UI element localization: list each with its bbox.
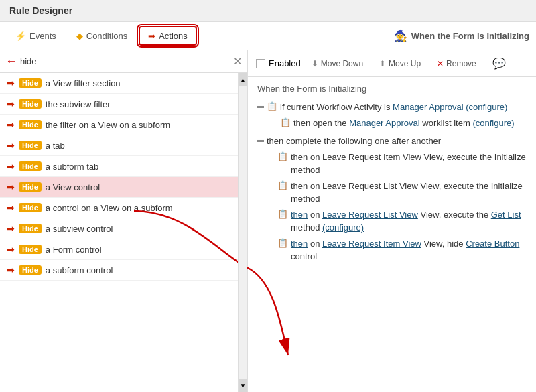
configure-link-3[interactable]: (configure) xyxy=(322,222,364,233)
search-arrow-icon: ← xyxy=(5,54,17,68)
comment-icon: 💬 xyxy=(492,57,506,70)
page-title: Rule Designer xyxy=(9,5,72,16)
tab-actions[interactable]: ➡ Actions xyxy=(139,26,197,46)
actions-icon: ➡ xyxy=(148,31,155,41)
list-item[interactable]: ➡ Hide a subform tab xyxy=(0,156,247,177)
move-down-icon: ⬇ xyxy=(312,59,318,68)
action-text: a View filter section xyxy=(46,78,121,88)
tab-bar: ⚡ Events ◆ Conditions ➡ Actions 🧙 When t… xyxy=(0,22,536,50)
list-item[interactable]: ➡ Hide the subview filter xyxy=(0,94,247,115)
action-icon-1: 📋 xyxy=(280,117,291,127)
list-item[interactable]: ➡ Hide the filter on a View on a subform xyxy=(0,115,247,135)
then-link-1[interactable]: then xyxy=(291,210,308,220)
action-text: a subform control xyxy=(46,265,113,275)
move-down-button[interactable]: ⬇ Move Down xyxy=(306,56,368,71)
left-panel: ← ✕ ▲ ▼ ➡ Hide a View filter section ➡ H… xyxy=(0,50,248,392)
form-context-header: 🧙 When the Form is Initializing xyxy=(394,29,529,42)
tab-actions-label: Actions xyxy=(159,31,188,41)
configure-link-2[interactable]: (configure) xyxy=(472,118,514,128)
action-text: a subform tab xyxy=(46,161,99,172)
leave-list-view-link-1[interactable]: Leave Request List View xyxy=(322,210,418,220)
execute-icon-2: 📋 xyxy=(277,180,288,190)
list-item[interactable]: ➡ Hide a Form control xyxy=(0,239,247,260)
list-item[interactable]: ➡ Hide a subform control xyxy=(0,260,247,281)
execute-icon-4: 📋 xyxy=(277,238,288,248)
execute-text-4: then on Leave Request Item View View, hi… xyxy=(291,237,527,263)
then-link-2[interactable]: then xyxy=(291,239,308,249)
rule-indent-1: 📋 then open the Manager Approval worklis… xyxy=(257,115,527,131)
search-bar: ← ✕ xyxy=(0,50,247,73)
item-icon: ➡ xyxy=(7,161,15,172)
events-icon: ⚡ xyxy=(15,31,26,41)
item-icon: ➡ xyxy=(7,244,15,255)
list-item[interactable]: ➡ Hide a control on a View on a subform xyxy=(0,198,247,218)
action-text: the filter on a View on a subform xyxy=(46,120,170,130)
list-item[interactable]: ➡ Hide a View filter section xyxy=(0,73,247,94)
action-list: ▲ ▼ ➡ Hide a View filter section ➡ Hide … xyxy=(0,73,247,392)
item-icon: ➡ xyxy=(7,140,15,151)
action-badge: Hide xyxy=(19,120,42,129)
list-item-highlighted[interactable]: ➡ Hide a View control xyxy=(0,177,247,198)
action-text: a control on a View on a subform xyxy=(46,203,173,213)
action-text: a Form control xyxy=(46,245,102,255)
then-open-text: then open the Manager Approval worklist … xyxy=(293,117,515,130)
get-list-link[interactable]: Get List xyxy=(491,210,521,220)
comment-button[interactable]: 💬 xyxy=(487,54,511,72)
execute-icon-1: 📋 xyxy=(277,151,288,161)
collapse-icon-2[interactable]: ▬ xyxy=(257,136,264,143)
rule-line-then-complete: ▬ then complete the following one after … xyxy=(257,133,527,149)
action-badge: Hide xyxy=(19,141,42,150)
action-badge: Hide xyxy=(19,203,42,212)
search-input[interactable] xyxy=(20,56,233,66)
action-badge: Hide xyxy=(19,78,42,88)
leave-item-view-link[interactable]: Leave Request Item View xyxy=(322,239,421,249)
action-text: a View control xyxy=(46,182,100,192)
list-item[interactable]: ➡ Hide a subview control xyxy=(0,218,247,239)
rule-block-if: ▬ 📋 if current Workflow Activity is Mana… xyxy=(257,99,527,131)
scroll-up-arrow[interactable]: ▲ xyxy=(239,73,247,86)
item-icon: ➡ xyxy=(7,182,15,192)
execute-text-3: then on Leave Request List View View, ex… xyxy=(291,208,527,235)
remove-button[interactable]: ✕ Remove xyxy=(431,56,482,71)
collapse-icon[interactable]: ▬ xyxy=(257,102,264,109)
item-icon: ➡ xyxy=(7,202,15,213)
execute-icon-3: 📋 xyxy=(277,209,288,219)
wizard-icon: 🧙 xyxy=(394,29,407,42)
action-text: a tab xyxy=(46,141,65,151)
if-condition-text: if current Workflow Activity is Manager … xyxy=(280,101,507,114)
action-badge: Hide xyxy=(19,99,42,109)
search-clear-icon[interactable]: ✕ xyxy=(233,55,242,68)
item-icon: ➡ xyxy=(7,223,15,234)
execute-text-1: then on Leave Request Item View View, ex… xyxy=(291,151,527,177)
configure-link-1[interactable]: (configure) xyxy=(466,102,507,112)
move-up-label: Move Up xyxy=(389,59,421,68)
then-complete-text: then complete the following one after an… xyxy=(267,135,441,148)
item-icon: ➡ xyxy=(7,119,15,130)
action-badge: Hide xyxy=(19,245,42,254)
action-badge: Hide xyxy=(19,265,42,275)
action-badge: Hide xyxy=(19,224,42,233)
action-text: a subview control xyxy=(46,224,113,234)
manager-approval-link-2[interactable]: Manager Approval xyxy=(349,118,420,128)
item-icon: ➡ xyxy=(7,78,15,88)
tab-events-label: Events xyxy=(29,31,56,41)
create-button-link[interactable]: Create Button xyxy=(466,239,519,249)
enabled-checkbox[interactable] xyxy=(256,59,265,68)
conditions-icon: ◆ xyxy=(76,31,83,41)
tab-conditions-label: Conditions xyxy=(86,31,127,41)
rule-line-if: ▬ 📋 if current Workflow Activity is Mana… xyxy=(257,99,527,115)
tab-conditions[interactable]: ◆ Conditions xyxy=(68,27,136,45)
tab-events[interactable]: ⚡ Events xyxy=(7,27,65,45)
move-up-button[interactable]: ⬆ Move Up xyxy=(374,56,426,71)
action-badge: Hide xyxy=(19,161,42,171)
rule-block-then: ▬ then complete the following one after … xyxy=(257,133,527,265)
action-text: the subview filter xyxy=(46,99,111,109)
scroll-down-arrow[interactable]: ▼ xyxy=(239,379,247,392)
enabled-toggle[interactable]: Enabled xyxy=(256,58,301,68)
manager-approval-link[interactable]: Manager Approval xyxy=(393,102,464,112)
list-item[interactable]: ➡ Hide a tab xyxy=(0,135,247,156)
move-up-icon: ⬆ xyxy=(379,59,386,68)
item-icon: ➡ xyxy=(7,99,15,109)
right-panel: Enabled ⬇ Move Down ⬆ Move Up ✕ Remove 💬 xyxy=(248,50,536,392)
main-content: ← ✕ ▲ ▼ ➡ Hide a View filter section ➡ H… xyxy=(0,50,536,392)
